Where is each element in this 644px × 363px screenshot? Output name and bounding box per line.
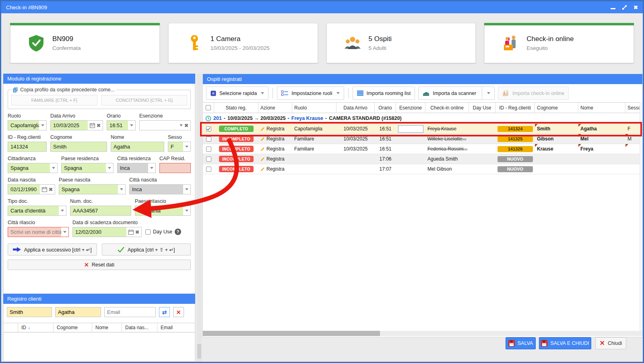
registry-col-email[interactable]: Email — [157, 323, 195, 332]
restore-icon[interactable] — [622, 5, 627, 10]
cognome-input[interactable]: Smith — [50, 142, 107, 152]
apply-button[interactable]: Applica [ctrl + ⇧ + ↵] — [102, 243, 191, 256]
chiudi-button[interactable]: ✕ Chiudi — [595, 337, 626, 349]
registry-name-input[interactable] — [55, 307, 101, 317]
chevron-down-icon[interactable] — [52, 167, 55, 169]
data-nascita-input[interactable]: 02/12/1990 ✖ — [8, 184, 55, 194]
left-column-scrollbar[interactable] — [197, 74, 202, 362]
calendar-icon[interactable] — [128, 229, 134, 235]
calendar-icon[interactable] — [90, 123, 95, 128]
apply-next-button[interactable]: Applica e successivo [ctrl + ↵] — [8, 243, 97, 256]
registry-col-cognome[interactable]: Cognome — [54, 323, 92, 332]
calendar-icon[interactable] — [42, 187, 47, 192]
citta-residenza-select[interactable]: Inca — [117, 163, 156, 173]
roles-button[interactable]: Impostazione ruoli — [277, 87, 344, 100]
data-arrivo-input[interactable]: 10/03/2025 ✖ — [50, 120, 103, 130]
row-checkbox-checked[interactable] — [206, 126, 211, 132]
col-esenzione[interactable]: Esenzione — [396, 103, 425, 113]
chevron-down-icon[interactable] — [180, 124, 183, 126]
scrollbar-thumb[interactable] — [203, 331, 380, 336]
clear-icon[interactable]: ✖ — [135, 230, 139, 235]
chevron-down-icon[interactable] — [150, 167, 153, 169]
cap-input[interactable] — [159, 163, 191, 173]
registra-action[interactable]: Registra — [258, 154, 292, 164]
col-cognome[interactable]: Cognome — [535, 103, 578, 113]
chevron-down-icon[interactable] — [63, 231, 66, 233]
registry-col-datanas[interactable]: Data nas... — [122, 323, 157, 332]
guests-vertical-scrollbar[interactable] — [640, 102, 642, 331]
clear-icon[interactable]: ✖ — [184, 123, 188, 128]
esenzione-select[interactable]: ✖ — [139, 120, 191, 130]
col-dayuse[interactable]: Day Use — [469, 103, 495, 113]
col-id[interactable]: ID - Reg.clienti — [495, 103, 535, 113]
chevron-down-icon[interactable] — [185, 146, 188, 148]
registra-action[interactable]: Registra — [258, 124, 292, 134]
chevron-down-icon[interactable] — [120, 188, 123, 190]
import-rooming-list-button[interactable]: Importa rooming list — [353, 87, 415, 100]
chevron-down-icon[interactable] — [487, 92, 490, 94]
col-ruolo[interactable]: Ruolo — [292, 103, 336, 113]
concittadino-button[interactable]: CONCITTADINO [CTRL + G] — [101, 95, 188, 105]
scadenza-input[interactable]: 12/02/2030 ✖ — [72, 227, 142, 237]
ruolo-select[interactable]: Capofamiglia — [8, 120, 47, 130]
salva-button[interactable]: SALVA — [506, 337, 536, 349]
orario-select[interactable]: 16:51 — [107, 120, 136, 130]
registry-search-button[interactable]: ⇄ — [159, 307, 170, 317]
col-azione[interactable]: Azione — [258, 103, 292, 113]
nome-input[interactable]: Agatha — [111, 142, 164, 152]
col-orario[interactable]: Orario — [375, 103, 396, 113]
day-use-checkbox[interactable] — [145, 229, 151, 235]
clear-icon[interactable]: ✖ — [49, 187, 53, 192]
row-checkbox[interactable] — [206, 146, 211, 152]
row-checkbox[interactable] — [206, 136, 211, 142]
group-guest-name[interactable]: Freya Krause — [291, 116, 323, 121]
reset-button[interactable]: ✕ Reset dati — [8, 260, 191, 270]
cittadinanza-select[interactable]: Spagna — [8, 163, 58, 173]
sesso-select[interactable]: F — [168, 142, 191, 152]
scrollbar-thumb[interactable] — [197, 344, 201, 359]
room-number[interactable]: 201 — [213, 116, 222, 121]
clear-icon[interactable]: ✖ — [97, 123, 101, 128]
guest-row[interactable]: INCOMPLETO Registra 17:06 Agueda Smith N… — [203, 154, 643, 164]
num-doc-input[interactable]: AAA34567 — [70, 206, 131, 216]
row-checkbox[interactable] — [206, 167, 211, 172]
chevron-down-icon[interactable] — [41, 124, 44, 126]
chevron-down-icon[interactable] — [108, 167, 111, 169]
id-reg-input[interactable]: 141324 — [8, 142, 47, 152]
guest-row[interactable]: INCOMPLETO Registra 17:07 Mel Gibson NUO… — [203, 164, 643, 174]
paese-rilascio-select[interactable]: Germania — [135, 206, 191, 216]
import-scanner-button[interactable]: Importa da scanner — [418, 87, 495, 100]
guest-row[interactable]: COMPLETO Registra Capofamiglia 10/03/202… — [203, 124, 643, 134]
paese-nascita-select[interactable]: Spagna — [59, 184, 126, 194]
col-arrivo[interactable]: Data Arrivo — [336, 103, 375, 113]
chevron-down-icon[interactable] — [185, 188, 188, 190]
chevron-down-icon[interactable] — [185, 210, 188, 212]
guest-row[interactable]: INCOMPLETO Registra Familiare 10/03/2025… — [203, 144, 643, 154]
quick-select-button[interactable]: Selezione rapida — [206, 87, 268, 100]
focused-esenzione-cell[interactable] — [398, 125, 423, 133]
guests-horizontal-scrollbar[interactable] — [203, 331, 643, 336]
row-checkbox[interactable] — [206, 157, 211, 162]
salva-e-chiudi-button[interactable]: SALVA E CHIUDI — [539, 337, 591, 349]
registry-col-id[interactable]: ID ↓ — [18, 323, 54, 332]
registry-surname-input[interactable] — [7, 307, 52, 317]
chevron-down-icon[interactable] — [130, 124, 133, 126]
registra-action[interactable]: Registra — [258, 134, 292, 144]
citta-rilascio-select[interactable]: Scrivi un nome di città... — [8, 227, 69, 237]
familiare-button[interactable]: FAMILIARE [CTRL + F] — [11, 95, 97, 105]
citta-nascita-select[interactable]: Inca — [129, 184, 191, 194]
registra-action[interactable]: Registra — [258, 144, 292, 154]
select-all-checkbox[interactable] — [206, 105, 211, 110]
registry-email-input[interactable] — [104, 307, 156, 317]
registry-clear-button[interactable]: ✕ — [173, 307, 184, 317]
guest-row[interactable]: INCOMPLETO Registra Familiare 10/03/2025… — [203, 134, 643, 144]
col-stato[interactable]: Stato reg. — [214, 103, 258, 113]
registra-action[interactable]: Registra — [258, 164, 292, 174]
close-icon[interactable]: ✖ — [634, 5, 638, 10]
col-checkin-online[interactable]: Check-in online — [425, 103, 469, 113]
chevron-down-icon[interactable] — [61, 210, 64, 212]
minimize-icon[interactable] — [611, 8, 615, 9]
col-nome[interactable]: Nome — [578, 103, 625, 113]
registry-col-nome[interactable]: Nome — [92, 323, 122, 332]
paese-residenza-select[interactable]: Spagna — [61, 163, 114, 173]
